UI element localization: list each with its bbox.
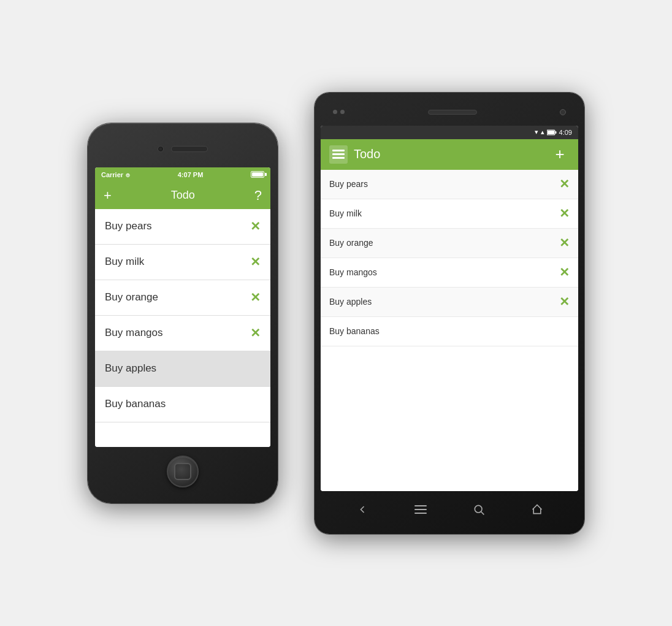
delete-button[interactable]: ✕ [250,326,261,340]
android-list-item[interactable]: Buy orange ✕ [321,229,578,258]
android-top [321,99,578,126]
delete-button[interactable]: ✕ [250,254,261,269]
iphone-home-button-inner [174,463,191,480]
iphone-list-item-selected[interactable]: Buy apples [95,351,270,387]
delete-button[interactable]: ✕ [559,294,570,309]
iphone-home-button[interactable] [167,456,199,487]
delete-button[interactable]: ✕ [559,206,570,221]
wifi-signal-icon: ▾ [535,128,538,136]
android-nav-bar: Todo + [321,139,578,170]
android-home-button[interactable] [526,498,548,521]
android-item-text: Buy orange [329,238,373,248]
todo-icon-line [332,150,345,151]
android-status-icons: ▾ ▴ 4:09 [535,128,572,136]
delete-button[interactable]: ✕ [559,235,570,250]
phones-container: Carrier 4:07 PM + Todo ? Buy pears ✕ Buy [0,80,672,546]
android-item-text: Buy pears [329,179,368,189]
android-speaker [428,110,477,115]
android-status-bar: ▾ ▴ 4:09 [321,126,578,139]
iphone-list-item[interactable]: Buy milk ✕ [95,245,270,280]
iphone-bottom [167,447,199,496]
iphone-item-text: Buy apples [105,362,156,375]
iphone-item-text: Buy orange [105,291,158,303]
delete-button[interactable]: ✕ [250,219,261,234]
iphone-device: Carrier 4:07 PM + Todo ? Buy pears ✕ Buy [88,123,278,503]
android-device: ▾ ▴ 4:09 [315,93,584,534]
android-item-text: Buy milk [329,208,362,218]
svg-rect-5 [414,513,427,514]
iphone-help-button[interactable]: ? [254,188,262,204]
iphone-list-item[interactable]: Buy mangos ✕ [95,316,270,351]
wifi-icon [126,171,130,178]
iphone-nav-title: Todo [171,189,195,202]
iphone-nav-bar: + Todo ? [95,182,270,209]
android-list-item[interactable]: Buy mangos ✕ [321,258,578,288]
iphone-carrier: Carrier [101,171,130,178]
android-back-button[interactable] [351,498,373,521]
android-search-button[interactable] [468,498,490,521]
iphone-list-item[interactable]: Buy pears ✕ [95,209,270,245]
android-dots [333,110,345,114]
iphone-item-text: Buy mangos [105,327,163,339]
svg-line-7 [481,511,484,514]
android-time: 4:09 [559,129,572,136]
iphone-item-text: Buy milk [105,256,144,268]
iphone-screen: Carrier 4:07 PM + Todo ? Buy pears ✕ Buy [95,167,270,447]
delete-button[interactable]: ✕ [250,290,261,305]
iphone-list-item[interactable]: Buy orange ✕ [95,280,270,316]
battery-status-icon [547,129,557,136]
android-dot [333,110,337,114]
iphone-list-empty-row [95,422,270,447]
android-list-item[interactable]: Buy milk ✕ [321,199,578,229]
delete-button[interactable]: ✕ [559,265,570,280]
battery-icon [251,171,264,178]
android-nav-title: Todo [354,147,380,161]
android-list-item[interactable]: Buy bananas [321,317,578,346]
svg-point-6 [475,505,482,513]
android-menu-button[interactable] [410,498,432,521]
svg-rect-3 [414,505,427,506]
android-todo-list: Buy pears ✕ Buy milk ✕ Buy orange ✕ Buy … [321,170,578,491]
signal-icon: ▴ [541,128,544,136]
android-item-text: Buy bananas [329,326,380,336]
svg-rect-4 [414,509,427,510]
iphone-speaker [171,146,208,152]
android-dot [340,110,345,114]
iphone-todo-list: Buy pears ✕ Buy milk ✕ Buy orange ✕ Buy … [95,209,270,447]
todo-list-icon [329,145,348,164]
android-item-text: Buy mangos [329,267,377,277]
delete-button[interactable]: ✕ [559,177,570,191]
iphone-item-text: Buy bananas [105,398,166,410]
svg-rect-1 [555,131,556,134]
android-list-item[interactable]: Buy apples ✕ [321,288,578,317]
iphone-add-button[interactable]: + [104,188,112,204]
carrier-label: Carrier [101,171,123,178]
android-bottom-nav [321,491,578,528]
iphone-camera [158,146,164,152]
android-item-text: Buy apples [329,297,372,307]
android-add-button[interactable]: + [550,145,570,164]
iphone-status-bar: Carrier 4:07 PM [95,167,270,182]
iphone-list-item[interactable]: Buy bananas [95,387,270,422]
iphone-time: 4:07 PM [178,171,204,178]
todo-icon-line [332,153,345,155]
android-nav-left: Todo [329,145,380,164]
android-list-item[interactable]: Buy pears ✕ [321,170,578,199]
android-camera [560,109,566,115]
iphone-item-text: Buy pears [105,220,152,232]
android-screen: ▾ ▴ 4:09 [321,126,578,491]
iphone-top [95,131,270,167]
svg-rect-2 [548,131,554,134]
todo-icon-line [332,157,345,159]
